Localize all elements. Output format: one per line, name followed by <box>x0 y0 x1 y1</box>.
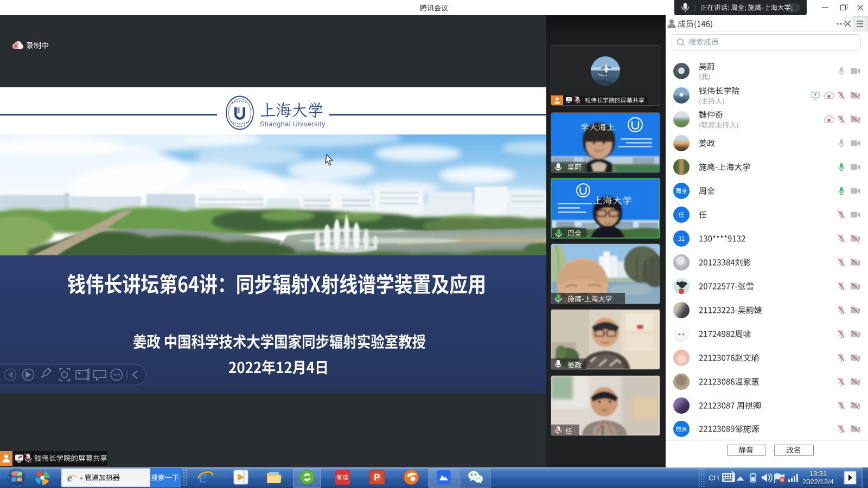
svg-text:e: e <box>199 466 207 486</box>
svg-text:P: P <box>374 473 380 482</box>
